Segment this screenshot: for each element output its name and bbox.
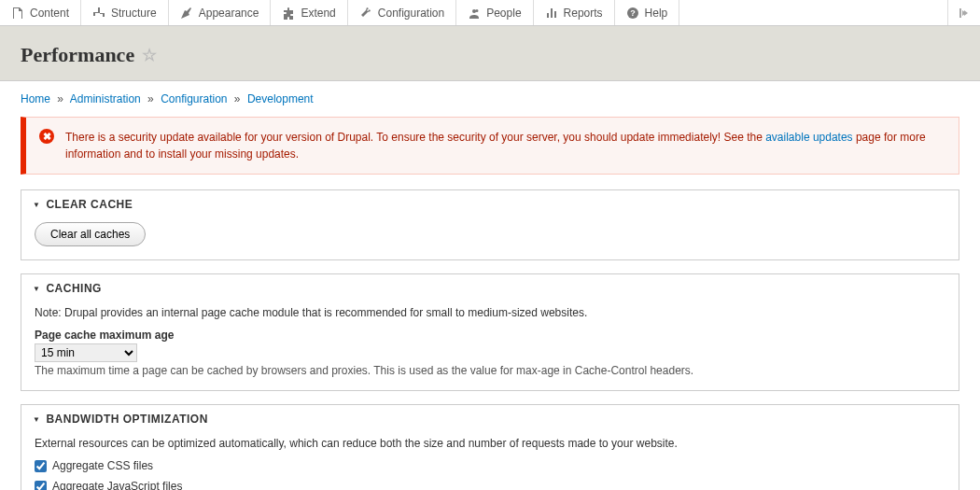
reports-icon [545,7,558,20]
breadcrumb-home[interactable]: Home [21,92,50,105]
aggregate-js-label: Aggregate JavaScript files [52,480,182,490]
toolbar-orientation-toggle[interactable] [947,0,980,25]
page-title: Performance ☆ [21,43,959,67]
aggregate-css-row[interactable]: Aggregate CSS files [35,459,945,472]
available-updates-link[interactable]: available updates [765,131,852,144]
page-cache-max-age-description: The maximum time a page can be cached by… [35,364,945,377]
breadcrumb-sep: » [57,92,63,105]
toolbar-configuration[interactable]: Configuration [348,0,456,25]
bandwidth-note: External resources can be optimized auto… [35,437,945,450]
clear-all-caches-button[interactable]: Clear all caches [35,222,146,246]
breadcrumb-dev[interactable]: Development [247,92,314,105]
fieldset-bandwidth: BANDWIDTH OPTIMIZATION External resource… [21,404,959,490]
page-cache-max-age-select[interactable]: 15 min [35,343,137,362]
svg-text:?: ? [630,8,636,18]
legend-clear-cache[interactable]: CLEAR CACHE [21,190,959,218]
fieldset-caching: CACHING Note: Drupal provides an interna… [21,273,959,391]
security-alert: ✖ There is a security update available f… [21,117,959,175]
page-header: Performance ☆ [0,26,980,81]
appearance-icon [180,7,193,20]
toolbar-label: Help [645,7,668,20]
toolbar-structure[interactable]: Structure [81,0,169,25]
breadcrumb-sep: » [234,92,241,105]
aggregate-js-checkbox[interactable] [35,481,47,491]
alert-text: There is a security update available for… [65,129,945,162]
toolbar-people[interactable]: People [456,0,533,25]
page-cache-max-age-label: Page cache maximum age [35,329,945,342]
breadcrumb-sep: » [147,92,154,105]
alert-prefix: There is a security update available for… [65,131,765,144]
breadcrumb-config[interactable]: Configuration [161,92,227,105]
toolbar-label: Reports [564,7,603,20]
toolbar-label: Content [30,7,69,20]
people-icon [468,7,481,20]
configuration-icon [359,7,372,20]
legend-bandwidth[interactable]: BANDWIDTH OPTIMIZATION [21,405,959,433]
error-icon: ✖ [39,129,54,144]
shortcut-star-icon[interactable]: ☆ [142,45,157,65]
toolbar-label: Structure [111,7,157,20]
breadcrumb-admin[interactable]: Administration [70,92,141,105]
page-title-text: Performance [21,43,134,67]
fieldset-clear-cache: CLEAR CACHE Clear all caches [21,189,959,260]
toolbar-appearance[interactable]: Appearance [169,0,272,25]
toolbar-label: Configuration [378,7,444,20]
legend-caching[interactable]: CACHING [21,274,959,302]
toolbar-label: People [486,7,521,20]
breadcrumb: Home » Administration » Configuration » … [0,81,980,117]
extend-icon [282,7,295,20]
svg-rect-2 [959,8,961,18]
help-icon: ? [626,7,639,20]
orientation-icon [958,7,971,20]
toolbar-label: Extend [301,7,335,20]
content-icon [11,7,24,20]
toolbar-content[interactable]: Content [0,0,81,25]
toolbar-label: Appearance [199,7,259,20]
aggregate-js-row[interactable]: Aggregate JavaScript files [35,480,945,490]
aggregate-css-checkbox[interactable] [35,460,47,472]
toolbar-extend[interactable]: Extend [271,0,347,25]
toolbar-help[interactable]: ? Help [615,0,680,25]
aggregate-css-label: Aggregate CSS files [52,459,153,472]
structure-icon [92,7,105,20]
caching-note: Note: Drupal provides an internal page c… [35,306,945,319]
admin-toolbar: Content Structure Appearance Extend Conf… [0,0,980,26]
toolbar-reports[interactable]: Reports [534,0,615,25]
toolbar-spacer [679,0,947,25]
